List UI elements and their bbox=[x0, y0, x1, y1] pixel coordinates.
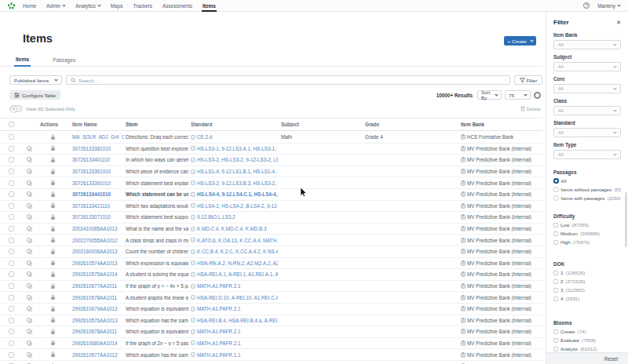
item-name-link[interactable]: 30726133421110 bbox=[72, 203, 110, 209]
item-name-link[interactable]: 30726133381010 bbox=[72, 146, 111, 151]
table-row[interactable]: 2992610578AA1011 A student graphs the li… bbox=[0, 292, 542, 304]
row-checkbox[interactable] bbox=[9, 283, 14, 289]
standard-link[interactable]: HSA-REI.D.10, A-REI.10, A1.REI.C.A, A1: … bbox=[197, 295, 278, 300]
filter-button[interactable]: Filter bbox=[514, 75, 542, 85]
search-input[interactable]: Search... bbox=[66, 75, 510, 85]
filter-select-item-type[interactable]: All bbox=[553, 150, 621, 159]
configure-table-button[interactable]: Configure Table bbox=[9, 90, 60, 100]
item-name-link[interactable]: 2992610679AA1013 bbox=[72, 306, 117, 311]
table-row[interactable]: 30726133401110 In which two ways can gen… bbox=[0, 155, 542, 166]
table-row[interactable]: 2002270055AA1012 A class sings and claps… bbox=[0, 235, 542, 246]
row-checkbox[interactable] bbox=[9, 340, 14, 346]
standard-link[interactable]: HSN-RN.A.2, N-RN.2, A2.NQ.A.2, A2: N-RN.… bbox=[197, 260, 278, 266]
row-checkbox[interactable] bbox=[9, 295, 14, 300]
table-row[interactable]: 30726133441010 Which statement can be us… bbox=[0, 189, 542, 201]
table-row[interactable]: 2992610574AA1013 Which expression is equ… bbox=[0, 258, 542, 270]
copy-icon[interactable] bbox=[27, 260, 32, 266]
item-name-link[interactable]: 2992610577AA1012 bbox=[72, 352, 117, 358]
published-items-select[interactable]: Published Items bbox=[9, 75, 62, 85]
nav-item-items[interactable]: Items bbox=[203, 3, 216, 9]
row-checkbox[interactable] bbox=[9, 157, 14, 162]
nav-item-maps[interactable]: Maps bbox=[111, 3, 123, 9]
table-row[interactable]: 30726133361010 Which piece of evidence c… bbox=[0, 166, 542, 178]
radio-items-with-passages[interactable]: Items with passages (209349) bbox=[553, 195, 621, 201]
checkbox-dok-4[interactable]: 4 (2591) bbox=[553, 296, 621, 301]
standard-link[interactable]: HS-LS1-4, 9-12.LS1.B.1, HS-LS1-4, B-LS1-… bbox=[197, 169, 278, 174]
item-name-link[interactable]: 30726133361010 bbox=[72, 169, 111, 174]
copy-icon[interactable] bbox=[27, 352, 32, 358]
item-name-link[interactable]: 2002160006AA1013 bbox=[72, 249, 117, 254]
copy-icon[interactable] bbox=[27, 180, 32, 186]
item-name-link[interactable]: 2992610677AA1011 bbox=[72, 283, 117, 289]
toggle-switch[interactable]: ✕ bbox=[9, 105, 23, 112]
item-name-link[interactable]: 2002270055AA1012 bbox=[72, 238, 117, 243]
item-name-link[interactable]: 2992610578AA1011 bbox=[72, 295, 117, 300]
standard-link[interactable]: 9-12.BIO.L.LS3.2 bbox=[197, 214, 236, 220]
copy-icon[interactable] bbox=[27, 271, 32, 277]
copy-icon[interactable] bbox=[27, 249, 32, 254]
row-checkbox[interactable] bbox=[9, 134, 14, 140]
row-checkbox[interactable] bbox=[9, 329, 14, 334]
standard-link[interactable]: HSA-REI.A.1, A-REI.1, A1.REI.A.1, A1: A-… bbox=[197, 271, 278, 277]
select-all-checkbox[interactable] bbox=[9, 122, 14, 127]
table-row[interactable]: 2992610575AA1014 A student is solving th… bbox=[0, 269, 542, 281]
item-name-link[interactable]: 30726133391010 bbox=[72, 180, 111, 186]
table-row[interactable]: 30726133391010 Which statement best expl… bbox=[0, 177, 542, 189]
row-checkbox[interactable] bbox=[9, 203, 14, 209]
checkbox-blooms-create[interactable]: Create (74) bbox=[553, 329, 621, 334]
copy-icon[interactable] bbox=[27, 157, 32, 162]
table-row[interactable]: 2992610576AA1013 Which equation has the … bbox=[0, 315, 542, 327]
table-row[interactable]: 30726133381010 Which question best explo… bbox=[0, 144, 542, 155]
item-name-link[interactable]: 2992610680AA1014 bbox=[72, 340, 117, 346]
checkbox-dok-3[interactable]: 3 (112565) bbox=[553, 287, 621, 293]
standard-link[interactable]: MATH.A1.PAFR.2.1 bbox=[197, 306, 240, 311]
user-menu[interactable]: Marleny bbox=[597, 3, 620, 9]
standard-link[interactable]: MATH.A1.PAFR.2.1 bbox=[197, 329, 240, 334]
row-checkbox[interactable] bbox=[9, 191, 14, 197]
standard-link[interactable]: K.ATO.6, K.OA.13, K.CC.A.4, MATH.K.PAFR.… bbox=[197, 238, 278, 243]
nav-item-home[interactable]: Home bbox=[23, 3, 36, 9]
copy-icon[interactable] bbox=[27, 283, 32, 289]
filter-select-class[interactable]: All bbox=[553, 106, 621, 115]
filter-select-item-bank[interactable]: All bbox=[553, 40, 621, 49]
item-name-link[interactable]: 2992610576AA1013 bbox=[72, 318, 117, 323]
row-checkbox[interactable] bbox=[9, 260, 14, 266]
copy-icon[interactable] bbox=[27, 191, 32, 197]
per-page-select[interactable]: 75 bbox=[505, 90, 531, 100]
table-row[interactable]: 2992610577AA1012 Which equation has the … bbox=[0, 349, 542, 361]
row-checkbox[interactable] bbox=[9, 271, 14, 277]
copy-icon[interactable] bbox=[27, 329, 32, 334]
checkbox-difficulty-high[interactable]: High (75470) bbox=[553, 239, 621, 245]
standard-link[interactable]: MATH.A1.PAFR.2.1 bbox=[197, 283, 240, 289]
item-name-link[interactable]: 2992610574AA1013 bbox=[72, 260, 117, 266]
row-checkbox[interactable] bbox=[9, 180, 14, 186]
copy-icon[interactable] bbox=[27, 203, 32, 209]
create-button[interactable]: + Create bbox=[504, 36, 536, 46]
copy-icon[interactable] bbox=[27, 340, 32, 346]
item-name-link[interactable]: 2002410085AA1013 bbox=[72, 226, 117, 231]
checkbox-difficulty-medium[interactable]: Medium (289896) bbox=[553, 231, 621, 236]
item-name-link[interactable]: 30726133401110 bbox=[72, 157, 110, 162]
table-row[interactable]: 2002160006AA1013 Count the number of chi… bbox=[0, 246, 542, 258]
table-row[interactable]: MA_SOLR_ADJ_Gr4_CA3_Q... Directions: Dra… bbox=[0, 132, 542, 144]
filter-select-standard[interactable]: All bbox=[553, 128, 621, 137]
table-row[interactable]: 30726133071010 Which statement best supp… bbox=[0, 212, 542, 224]
tab-items[interactable]: Items bbox=[14, 55, 31, 67]
standard-link[interactable]: HS-LS3-2, HS-LS3-2, 9-12-LS3-2, LS.Bio.6… bbox=[197, 157, 278, 162]
copy-icon[interactable] bbox=[27, 169, 32, 174]
row-checkbox[interactable] bbox=[9, 238, 14, 243]
item-name-link[interactable]: 30726133071010 bbox=[72, 214, 111, 220]
nav-item-analytics[interactable]: Analytics bbox=[75, 3, 100, 9]
reset-button[interactable]: Reset bbox=[604, 356, 618, 362]
table-row[interactable]: 2992610679AA1013 Which equation is equiv… bbox=[0, 304, 542, 315]
standard-link[interactable]: K.MD.C.4, K.MD.C.4, K.MD.B.3 bbox=[197, 226, 267, 231]
view-selected-toggle[interactable]: ✕ View (0) Selected Only bbox=[9, 104, 75, 113]
checkbox-blooms-evaluate[interactable]: Evaluate (7958) bbox=[553, 337, 621, 343]
table-row[interactable]: 2992610678AA1011 Which equation is equiv… bbox=[0, 326, 542, 338]
table-row[interactable]: 2992610677AA1011 If the graph of y = − 4… bbox=[0, 281, 542, 293]
close-icon[interactable]: ✕ bbox=[616, 20, 621, 25]
copy-icon[interactable] bbox=[27, 306, 32, 311]
item-name-link[interactable]: MA_SOLR_ADJ_Gr4_CA3_Q... bbox=[72, 134, 124, 140]
standard-link[interactable]: HS-LS4-4, 9-12.LS4.C.1, HS-LS4-4, B-LS4-… bbox=[197, 191, 278, 197]
standard-link[interactable]: MATH.A1.PAFR.1.1 bbox=[197, 352, 240, 358]
